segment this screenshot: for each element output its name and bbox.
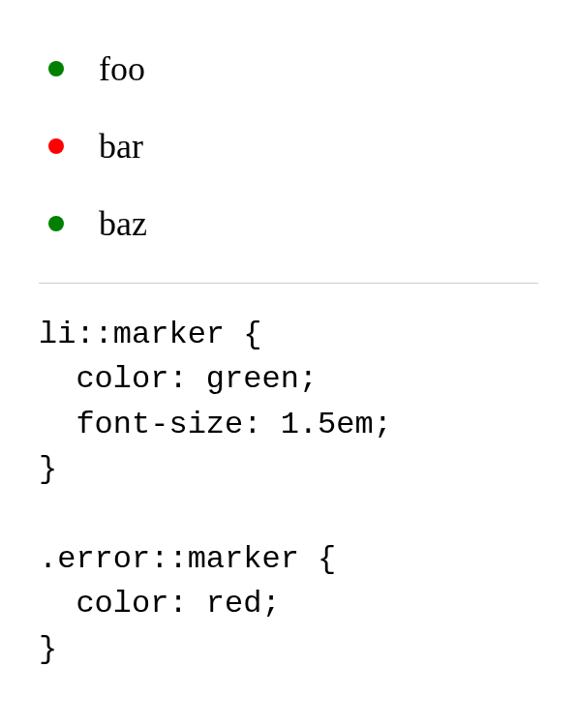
- list-item: baz: [39, 203, 538, 244]
- divider: [39, 283, 538, 284]
- bullet-icon: [48, 138, 64, 154]
- example-list: foo bar baz: [39, 48, 538, 244]
- list-item-label: foo: [99, 48, 145, 89]
- code-block: li::marker { color: green; font-size: 1.…: [39, 313, 538, 672]
- list-item-label: bar: [99, 126, 143, 167]
- list-item-label: baz: [99, 203, 147, 244]
- list-item: foo: [39, 48, 538, 89]
- bullet-icon: [48, 216, 64, 231]
- bullet-icon: [48, 61, 64, 76]
- list-item: bar: [39, 126, 538, 167]
